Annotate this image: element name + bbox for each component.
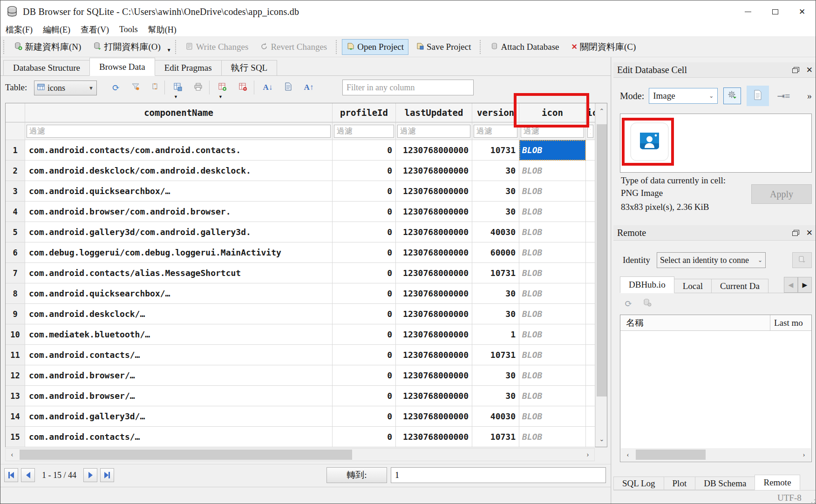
scroll-right-button[interactable]: › xyxy=(581,449,594,461)
remote-scroll-thumb[interactable] xyxy=(636,450,706,460)
print-button[interactable] xyxy=(190,80,206,95)
filter-profileId-input[interactable] xyxy=(334,125,394,138)
sort-desc-button[interactable]: A↑ xyxy=(300,80,317,95)
last-page-button[interactable] xyxy=(100,468,114,482)
goto-button[interactable]: 轉到: xyxy=(326,467,387,483)
remote-tab-current-database[interactable]: Current Da xyxy=(711,279,768,293)
cell-icon-blob[interactable]: BLOB xyxy=(519,222,586,242)
horizontal-scrollbar[interactable]: ‹ › xyxy=(5,448,595,461)
cell-lastUpdated[interactable]: 1230768000000 xyxy=(396,345,472,365)
row-number[interactable]: 6 xyxy=(6,242,25,263)
cell-profileId[interactable]: 0 xyxy=(333,365,396,386)
cell-partial[interactable] xyxy=(586,345,595,365)
cell-componentName[interactable]: com.android.contacts/alias.MessageShortc… xyxy=(25,263,333,283)
row-number[interactable]: 9 xyxy=(6,304,25,324)
cell-version[interactable]: 30 xyxy=(472,202,519,222)
cell-version[interactable]: 30 xyxy=(472,386,519,406)
row-number[interactable]: 4 xyxy=(6,202,25,222)
resize-grip[interactable] xyxy=(811,499,816,504)
row-number[interactable]: 14 xyxy=(6,406,25,427)
cell-version[interactable]: 10731 xyxy=(472,345,519,365)
cell-icon-blob[interactable]: BLOB xyxy=(519,161,586,181)
cell-partial[interactable] xyxy=(586,222,595,242)
remote-clone-database-icon[interactable] xyxy=(643,298,652,309)
cell-lastUpdated[interactable]: 1230768000000 xyxy=(396,304,472,324)
cell-version[interactable]: 1 xyxy=(472,324,519,345)
cell-componentName[interactable]: com.android.contacts/… xyxy=(25,427,333,447)
edit-cell-toggle-button[interactable] xyxy=(280,80,297,95)
cell-profileId[interactable]: 0 xyxy=(333,181,396,202)
cell-lastUpdated[interactable]: 1230768000000 xyxy=(396,161,472,181)
cell-profileId[interactable]: 0 xyxy=(333,140,396,161)
cell-icon-blob[interactable]: BLOB xyxy=(519,386,586,406)
cell-componentName[interactable]: com.debug.loggerui/com.debug.loggerui.Ma… xyxy=(25,242,333,263)
tab-edit-pragmas[interactable]: Edit Pragmas xyxy=(155,60,222,75)
cell-icon-blob[interactable]: BLOB xyxy=(519,427,586,447)
cell-lastUpdated[interactable]: 1230768000000 xyxy=(396,242,472,263)
cell-icon-blob[interactable]: BLOB xyxy=(519,345,586,365)
tab-database-structure[interactable]: Database Structure xyxy=(3,60,90,75)
pane-divider[interactable] xyxy=(611,57,612,504)
cell-profileId[interactable]: 0 xyxy=(333,242,396,263)
column-header-componentName[interactable]: componentName xyxy=(25,103,333,122)
cell-componentName[interactable]: com.android.contacts/… xyxy=(25,345,333,365)
cell-profileId[interactable]: 0 xyxy=(333,406,396,427)
cell-componentName[interactable]: com.android.browser/… xyxy=(25,365,333,386)
tab-execute-sql[interactable]: 執行 SQL xyxy=(221,60,278,75)
tabs-scroll-right-button[interactable]: ▶ xyxy=(798,277,812,293)
row-number[interactable]: 3 xyxy=(6,181,25,202)
remote-refresh-icon[interactable]: ⟳ xyxy=(625,298,632,309)
tab-browse-data[interactable]: Browse Data xyxy=(89,58,155,76)
remote-tab-dbhub[interactable]: DBHub.io xyxy=(620,276,674,293)
tabs-scroll-left-button[interactable]: ◀ xyxy=(784,277,798,293)
push-database-button[interactable] xyxy=(792,252,812,268)
cell-icon-blob[interactable]: BLOB xyxy=(519,242,586,263)
float-panel-icon[interactable] xyxy=(792,67,799,73)
cell-profileId[interactable]: 0 xyxy=(333,202,396,222)
menu-view[interactable]: 查看(V) xyxy=(75,23,114,36)
insert-record-button[interactable] xyxy=(214,80,231,95)
apply-button[interactable]: Apply xyxy=(751,184,812,204)
vertical-scroll-thumb[interactable] xyxy=(597,124,607,396)
scroll-left-button[interactable]: ‹ xyxy=(6,449,19,461)
remote-scroll-right-button[interactable]: › xyxy=(797,448,811,461)
close-button[interactable]: ✕ xyxy=(789,0,816,23)
cell-icon-blob[interactable]: BLOB xyxy=(519,406,586,427)
cell-profileId[interactable]: 0 xyxy=(333,427,396,447)
row-number[interactable]: 7 xyxy=(6,263,25,283)
menu-help[interactable]: 幫助(H) xyxy=(143,23,182,36)
cell-version[interactable]: 40030 xyxy=(472,222,519,242)
menu-tools[interactable]: Tools xyxy=(114,23,143,36)
dock-tab-db-schema[interactable]: DB Schema xyxy=(695,477,755,490)
goto-record-input[interactable] xyxy=(391,467,606,483)
cell-lastUpdated[interactable]: 1230768000000 xyxy=(396,140,472,161)
table-select[interactable]: icons ▼ xyxy=(34,81,97,95)
cell-profileId[interactable]: 0 xyxy=(333,324,396,345)
cell-componentName[interactable]: com.android.deskclock/com.android.deskcl… xyxy=(25,161,333,181)
cell-version[interactable]: 10731 xyxy=(472,140,519,161)
cell-partial[interactable] xyxy=(586,263,595,283)
cell-version[interactable]: 30 xyxy=(472,161,519,181)
cell-componentName[interactable]: com.android.deskclock/… xyxy=(25,304,333,324)
maximize-button[interactable] xyxy=(762,0,789,23)
prev-page-button[interactable] xyxy=(21,468,35,482)
remote-column-name[interactable]: 名稱 xyxy=(620,315,770,330)
filter-componentName-input[interactable] xyxy=(27,125,331,138)
cell-componentName[interactable]: com.mediatek.bluetooth/… xyxy=(25,324,333,345)
cell-componentName[interactable]: com.android.quicksearchbox/… xyxy=(25,283,333,304)
remote-scroll-left-button[interactable]: ‹ xyxy=(621,448,635,461)
cell-partial[interactable] xyxy=(586,427,595,447)
minimize-button[interactable] xyxy=(734,0,762,23)
cell-icon-blob[interactable]: BLOB xyxy=(519,202,586,222)
cell-icon-blob[interactable]: BLOB xyxy=(519,263,586,283)
menu-file[interactable]: 檔案(F) xyxy=(0,23,38,36)
row-number[interactable]: 1 xyxy=(6,140,25,161)
cell-version[interactable]: 40030 xyxy=(472,406,519,427)
cell-lastUpdated[interactable]: 1230768000000 xyxy=(396,283,472,304)
row-number[interactable]: 15 xyxy=(6,427,25,447)
sort-asc-button[interactable]: A↓ xyxy=(259,80,276,95)
cell-partial[interactable] xyxy=(586,365,595,386)
menu-edit[interactable]: 編輯(E) xyxy=(38,23,75,36)
cell-version[interactable]: 60000 xyxy=(472,242,519,263)
row-number[interactable]: 11 xyxy=(6,345,25,365)
